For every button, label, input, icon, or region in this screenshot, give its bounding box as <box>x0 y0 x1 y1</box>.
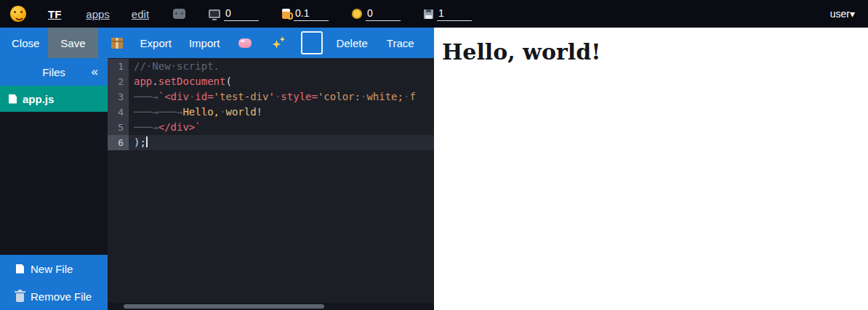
user-menu[interactable]: user▾ <box>830 8 855 20</box>
delete-button[interactable]: Delete <box>336 37 367 49</box>
line-number: 1 <box>108 59 129 74</box>
code-text: ───→`<div·id='test-div'·style='color:·wh… <box>129 89 434 105</box>
line-number: 2 <box>108 74 129 89</box>
editor-toolbar: Close Save Export Import Delete Trace <box>0 28 434 58</box>
remove-file-button[interactable]: Remove File <box>0 282 108 310</box>
topbar: TF apps edit 0 0.1 0 1 user▾ <box>0 0 868 28</box>
devil-emoji-icon[interactable] <box>10 6 26 22</box>
line-number: 6 <box>108 135 129 150</box>
export-button[interactable]: Export <box>140 37 172 49</box>
file-icon <box>9 94 17 104</box>
line-number: 5 <box>108 120 129 135</box>
import-button[interactable]: Import <box>189 37 220 49</box>
package-icon[interactable] <box>111 38 123 49</box>
blank-button[interactable] <box>301 31 323 54</box>
coin-icon <box>352 9 362 19</box>
app-body: Files « app.js New File Remove File 1 //… <box>0 58 434 310</box>
coin-value-field[interactable]: 0 <box>366 7 401 21</box>
new-file-icon <box>16 264 24 274</box>
stat-beer: 0.1 <box>282 7 329 21</box>
stat-coin: 0 <box>352 7 401 21</box>
text-cursor <box>146 136 148 147</box>
code-text: //·New·script. <box>129 59 434 74</box>
trash-icon <box>16 293 24 302</box>
horizontal-scrollbar-thumb[interactable] <box>124 304 324 309</box>
save-button[interactable]: Save <box>48 28 97 58</box>
apps-link[interactable]: apps <box>86 8 110 20</box>
floppy-value-field[interactable]: 1 <box>437 7 472 21</box>
code-line-1[interactable]: 1 //·New·script. <box>108 59 434 74</box>
trace-button[interactable]: Trace <box>387 37 414 49</box>
monitor-value-field[interactable]: 0 <box>224 7 259 21</box>
app-preview-pane: Hello, world! <box>434 28 868 310</box>
controller-icon[interactable] <box>173 9 185 19</box>
save-button-label: Save <box>60 37 85 49</box>
soap-icon[interactable] <box>238 38 252 48</box>
code-text: ); <box>129 135 434 150</box>
files-header: Files « <box>0 58 108 86</box>
preview-heading: Hello, world! <box>434 39 868 65</box>
close-button[interactable]: Close <box>12 37 39 49</box>
file-name: app.js <box>23 93 54 105</box>
brand-link[interactable]: TF <box>48 8 61 20</box>
floppy-icon <box>424 9 433 19</box>
monitor-icon <box>209 9 220 18</box>
code-text: ───→───→Hello,·world! <box>129 105 434 120</box>
beer-icon <box>282 9 290 19</box>
file-item-appjs[interactable]: app.js <box>0 86 108 112</box>
new-file-button[interactable]: New File <box>0 255 108 282</box>
new-file-label: New File <box>31 263 73 275</box>
beer-value-field[interactable]: 0.1 <box>294 7 329 21</box>
stat-monitor: 0 <box>209 7 259 21</box>
stat-floppy: 1 <box>424 7 472 21</box>
file-list-empty-area <box>0 112 108 255</box>
code-line-5[interactable]: 5 ───→</div>` <box>108 120 434 135</box>
edit-link[interactable]: edit <box>132 8 149 20</box>
code-line-4[interactable]: 4 ───→───→Hello,·world! <box>108 105 434 120</box>
code-line-6-active[interactable]: 6 ); <box>108 135 434 150</box>
files-sidebar: Files « app.js New File Remove File <box>0 58 108 310</box>
code-editor[interactable]: 1 //·New·script. 2 app.setDocument( 3 ──… <box>108 58 434 310</box>
collapse-sidebar-button[interactable]: « <box>92 65 98 79</box>
remove-file-label: Remove File <box>31 290 92 303</box>
line-number: 3 <box>108 89 129 105</box>
horizontal-scrollbar-track <box>108 303 434 310</box>
code-line-2[interactable]: 2 app.setDocument( <box>108 74 434 89</box>
sparkles-icon[interactable] <box>272 36 285 49</box>
code-text: ───→</div>` <box>129 120 434 135</box>
code-line-3[interactable]: 3 ───→`<div·id='test-div'·style='color:·… <box>108 89 434 105</box>
files-header-label: Files <box>42 66 65 78</box>
code-text: app.setDocument( <box>129 74 434 89</box>
line-number: 4 <box>108 105 129 120</box>
app-editor-pane: Close Save Export Import Delete Trace Fi… <box>0 28 434 310</box>
